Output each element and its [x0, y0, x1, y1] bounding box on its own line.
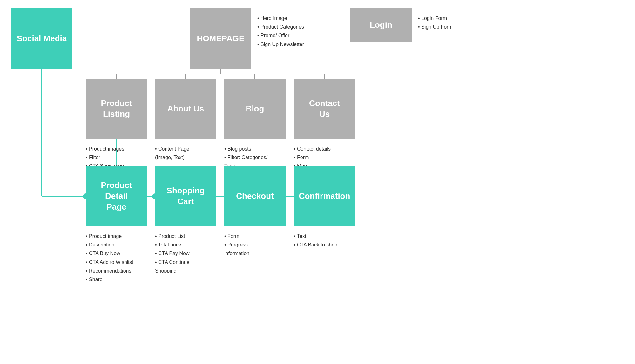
- product-listing-box: ProductListing: [86, 79, 147, 139]
- conf-bullet-1: Text: [294, 232, 337, 240]
- pd-bullet-1: Product image: [86, 232, 133, 240]
- checkout-label: Checkout: [233, 188, 277, 205]
- homepage-label: HOMEPAGE: [194, 30, 248, 47]
- login-label: Login: [367, 17, 395, 34]
- homepage-bullet-3: Promo/ Offer: [257, 31, 304, 40]
- homepage-bullets: Hero Image Product Categories Promo/ Off…: [257, 14, 304, 49]
- product-listing-label: ProductListing: [98, 95, 135, 123]
- shopping-cart-box: ShoppingCart: [155, 166, 216, 226]
- confirmation-box: Confirmation: [294, 166, 355, 226]
- login-bullets: Login Form Sign Up Form: [418, 14, 453, 31]
- blog-bullet-1: Blog posts: [224, 145, 267, 153]
- shopping-cart-bullets: Product List Total price CTA Pay Now CTA…: [155, 232, 189, 275]
- cu-bullet-2: Form: [294, 153, 331, 162]
- login-bullet-2: Sign Up Form: [418, 23, 453, 31]
- ch-bullet-1: Form: [224, 232, 249, 240]
- sc-bullet-3: CTA Pay Now: [155, 249, 189, 258]
- product-detail-bullets: Product image Description CTA Buy Now CT…: [86, 232, 133, 284]
- pd-bullet-4: CTA Add to Wishlist: [86, 258, 133, 266]
- conf-bullet-2: CTA Back to shop: [294, 240, 337, 249]
- diagram-container: Social Media HOMEPAGE Login Hero Image P…: [0, 0, 635, 364]
- homepage-bullet-2: Product Categories: [257, 23, 304, 31]
- homepage-bullet-1: Hero Image: [257, 14, 304, 23]
- sc-bullet-2: Total price: [155, 240, 189, 249]
- pd-bullet-3: CTA Buy Now: [86, 249, 133, 258]
- checkout-bullets: Form Progressinformation: [224, 232, 249, 258]
- homepage-box: HOMEPAGE: [190, 8, 251, 69]
- confirmation-label: Confirmation: [296, 188, 354, 205]
- contact-us-label: ContactUs: [306, 95, 343, 123]
- ch-bullet-2: Progressinformation: [224, 240, 249, 258]
- login-box: Login: [350, 8, 412, 42]
- shopping-cart-label: ShoppingCart: [164, 182, 208, 210]
- checkout-box: Checkout: [224, 166, 286, 226]
- product-detail-box: ProductDetailPage: [86, 166, 147, 226]
- pl-bullet-1: Product images: [86, 145, 125, 153]
- pl-bullet-2: Filter: [86, 153, 125, 162]
- blog-label: Blog: [243, 100, 267, 118]
- pd-bullet-6: Share: [86, 275, 133, 284]
- social-media-label: Social Media: [14, 30, 70, 47]
- about-us-box: About Us: [155, 79, 216, 139]
- au-bullet-1: Content Page(Image, Text): [155, 145, 189, 162]
- product-detail-label: ProductDetailPage: [98, 177, 135, 215]
- about-us-label: About Us: [164, 100, 207, 118]
- blog-box: Blog: [224, 79, 286, 139]
- contact-us-box: ContactUs: [294, 79, 355, 139]
- confirmation-bullets: Text CTA Back to shop: [294, 232, 337, 249]
- pd-bullet-5: Recommendations: [86, 266, 133, 275]
- pd-bullet-2: Description: [86, 240, 133, 249]
- sc-bullet-4: CTA ContinueShopping: [155, 258, 189, 275]
- about-us-bullets: Content Page(Image, Text): [155, 145, 189, 162]
- homepage-bullet-4: Sign Up Newsletter: [257, 40, 304, 49]
- social-media-box: Social Media: [11, 8, 72, 69]
- cu-bullet-1: Contact details: [294, 145, 331, 153]
- sc-bullet-1: Product List: [155, 232, 189, 240]
- login-bullet-1: Login Form: [418, 14, 453, 23]
